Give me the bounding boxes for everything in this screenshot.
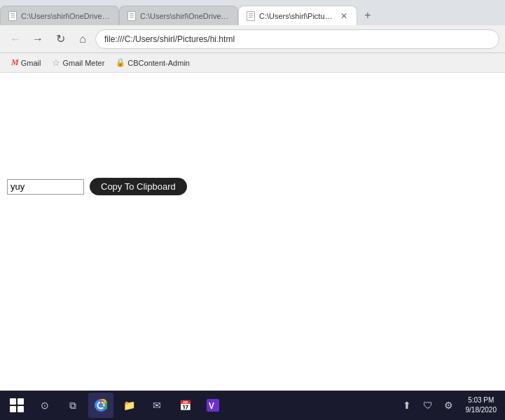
forward-button[interactable]: → [28, 29, 48, 49]
system-clock[interactable]: 5:03 PM 9/18/2020 [462, 396, 501, 415]
calendar-taskbar-button[interactable]: 📅 [172, 393, 198, 418]
gmail-icon: M [11, 57, 19, 68]
nav-bar: ← → ↻ ⌂ [0, 25, 505, 53]
tab-3-close-button[interactable]: ✕ [338, 10, 350, 22]
reload-button[interactable]: ↻ [50, 29, 70, 49]
page-content: Copy To Clipboard [0, 73, 505, 391]
clipboard-text-input[interactable] [7, 179, 84, 195]
back-button[interactable]: ← [6, 29, 25, 49]
clock-date: 9/18/2020 [466, 405, 497, 415]
tray-icon-shield[interactable]: 🛡 [418, 396, 438, 415]
copy-to-clipboard-row: Copy To Clipboard [7, 178, 498, 195]
tray-icon-settings[interactable]: ⚙ [439, 396, 459, 415]
task-view-button[interactable]: ⧉ [60, 393, 85, 418]
chrome-taskbar-button[interactable] [88, 393, 113, 418]
bookmark-cb-admin-label: CBContent-Admin [127, 59, 190, 67]
star-icon: ☆ [52, 57, 60, 68]
vs-icon: V [207, 399, 219, 412]
copy-to-clipboard-button[interactable]: Copy To Clipboard [90, 178, 187, 195]
tab-bar: C:\Users\shirl\OneDrive\Ser C:\Users\shi… [0, 0, 505, 25]
tab-1-label: C:\Users\shirl\OneDrive\Ser [21, 12, 111, 20]
start-button[interactable] [4, 393, 29, 418]
new-tab-button[interactable]: + [357, 6, 378, 25]
windows-logo-icon [10, 398, 24, 412]
bookmark-gmail[interactable]: M Gmail [7, 56, 45, 69]
svg-point-2 [99, 403, 104, 408]
tab-1[interactable]: C:\Users\shirl\OneDrive\Ser [0, 6, 119, 25]
file-explorer-taskbar-button[interactable]: 📁 [116, 393, 141, 418]
chrome-icon [95, 399, 107, 412]
clock-time: 5:03 PM [466, 396, 497, 405]
vs-taskbar-button[interactable]: V [200, 393, 226, 418]
tab-2-favicon [127, 11, 137, 21]
address-bar-input[interactable] [95, 29, 499, 49]
browser-chrome: C:\Users\shirl\OneDrive\Ser C:\Users\shi… [0, 0, 505, 73]
tray-icon-1[interactable]: ⬆ [397, 396, 417, 415]
tab-3-label: C:\Users\shirl\Pictures\h [259, 12, 334, 20]
taskbar: ⊙ ⧉ 📁 ✉ 📅 V ⬆ 🛡 ⚙ 5:03 PM 9/18/2020 [0, 391, 505, 420]
tab-3-favicon [246, 11, 256, 21]
search-taskbar-button[interactable]: ⊙ [32, 393, 57, 418]
bookmarks-bar: M Gmail ☆ Gmail Meter 🔒 CBContent-Admin [0, 53, 505, 73]
bookmark-gmail-meter[interactable]: ☆ Gmail Meter [48, 56, 109, 69]
mail-taskbar-button[interactable]: ✉ [144, 393, 170, 418]
tab-1-favicon [8, 11, 18, 21]
tab-3[interactable]: C:\Users\shirl\Pictures\h ✕ [238, 6, 357, 25]
home-button[interactable]: ⌂ [73, 29, 92, 49]
svg-text:V: V [209, 401, 214, 411]
tab-2[interactable]: C:\Users\shirl\OneDrive\Ser [119, 6, 238, 25]
bookmark-cb-admin[interactable]: 🔒 CBContent-Admin [111, 57, 194, 69]
system-tray: ⬆ 🛡 ⚙ [397, 396, 459, 415]
bookmark-gmail-meter-label: Gmail Meter [62, 59, 104, 67]
lock-icon: 🔒 [116, 58, 125, 67]
bookmark-gmail-label: Gmail [21, 59, 41, 67]
tab-2-label: C:\Users\shirl\OneDrive\Ser [140, 12, 230, 20]
